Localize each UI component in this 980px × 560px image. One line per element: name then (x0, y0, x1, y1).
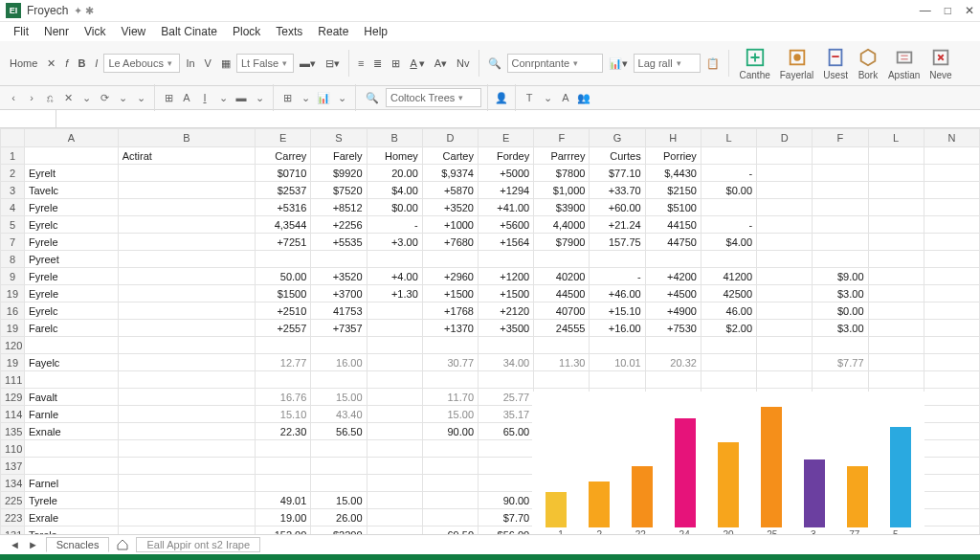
row-header[interactable]: 16 (1, 302, 25, 320)
cell[interactable] (813, 165, 868, 182)
cell[interactable]: 49.01 (256, 492, 311, 509)
italic-f[interactable]: f (61, 56, 72, 71)
cell[interactable]: - (701, 165, 756, 182)
cell[interactable] (645, 371, 701, 389)
cell[interactable]: Carrey (256, 147, 311, 165)
col-headers[interactable]: A B E S B D E F G H L D F L N (1, 129, 980, 147)
cell[interactable] (868, 182, 924, 199)
cell[interactable] (367, 475, 422, 492)
cell[interactable]: +2557 (256, 320, 311, 337)
cell[interactable]: 41200 (701, 268, 756, 285)
cell[interactable] (311, 475, 367, 492)
chart-icon[interactable]: 📊 (316, 90, 331, 105)
cell[interactable] (256, 337, 311, 354)
apstian-button[interactable]: Apstian (886, 47, 922, 80)
col-G[interactable]: G (590, 129, 645, 147)
falsa-combo[interactable]: Lt False▾ (236, 54, 294, 73)
cell[interactable]: 12.77 (256, 354, 311, 371)
bold-button[interactable]: B (74, 56, 89, 71)
cell[interactable]: $7800 (534, 165, 590, 182)
cell[interactable]: $1,000 (534, 182, 590, 199)
border-icon[interactable]: ▦ (217, 56, 234, 72)
cell[interactable]: 25.77 (479, 389, 534, 406)
menu-plock[interactable]: Plock (227, 23, 266, 40)
cell[interactable] (256, 371, 311, 389)
cell[interactable] (924, 320, 979, 337)
cell[interactable] (534, 371, 590, 389)
cell[interactable] (118, 458, 255, 475)
cell[interactable] (757, 216, 813, 234)
cell[interactable] (118, 182, 255, 199)
cell[interactable] (757, 165, 813, 182)
cell[interactable]: $,4430 (645, 165, 701, 182)
close-button[interactable]: ✕ (965, 4, 974, 17)
cell[interactable] (924, 526, 979, 535)
cell[interactable]: Cartey (422, 147, 478, 165)
cell[interactable] (118, 199, 255, 216)
table-row[interactable]: 19Eyrele$1500+3700+1.30+1500+150044500+4… (1, 285, 980, 302)
cell[interactable]: 46.00 (701, 302, 756, 320)
row-header[interactable]: 129 (1, 389, 25, 406)
cell[interactable]: +3700 (311, 285, 367, 302)
row-header[interactable]: 111 (1, 371, 25, 389)
minimize-button[interactable]: — (920, 4, 931, 17)
cell[interactable] (367, 371, 422, 389)
col-S[interactable]: S (311, 129, 367, 147)
cell[interactable] (701, 337, 756, 354)
cell[interactable] (479, 458, 534, 475)
cell[interactable] (367, 440, 422, 458)
cell[interactable] (701, 147, 756, 165)
cell[interactable] (924, 406, 979, 423)
row-header[interactable]: 225 (1, 492, 25, 509)
nav-next-icon[interactable]: › (24, 90, 39, 105)
cell[interactable]: Homey (367, 147, 422, 165)
col-E[interactable]: E (256, 129, 311, 147)
underline-icon[interactable]: I (197, 90, 212, 105)
cell[interactable]: Eyrele (24, 285, 118, 302)
cell[interactable] (757, 251, 813, 268)
table-row[interactable]: 4Fyrele+5316+8512$0.00+3520+41.00$3900+6… (1, 199, 980, 216)
cell[interactable]: $3.00 (813, 285, 868, 302)
cell[interactable] (118, 302, 255, 320)
cell[interactable] (868, 199, 924, 216)
cell[interactable]: $0710 (256, 165, 311, 182)
cell[interactable]: Eyrelc (24, 302, 118, 320)
cell[interactable]: $7520 (311, 182, 367, 199)
cell[interactable]: +41.00 (479, 199, 534, 216)
cell[interactable]: 30.77 (422, 354, 478, 371)
table-row[interactable]: 16Eyrelc+251041753+1768+212040700+15.10+… (1, 302, 980, 320)
cell[interactable]: Eyrelc (24, 216, 118, 234)
cell[interactable]: +3.00 (367, 234, 422, 251)
text-t-icon[interactable]: T (522, 90, 537, 105)
cell[interactable] (924, 251, 979, 268)
cell[interactable] (118, 389, 255, 406)
col-Lc[interactable]: L (868, 129, 924, 147)
cell[interactable] (757, 234, 813, 251)
table-row[interactable]: 7Fyrele+7251+5535+3.00+7680+1564$7900157… (1, 234, 980, 251)
cell[interactable] (757, 371, 813, 389)
cell[interactable] (813, 182, 868, 199)
cell[interactable]: Parrrey (534, 147, 590, 165)
font-a2-icon[interactable]: A (558, 90, 573, 105)
cell[interactable] (479, 251, 534, 268)
font-size-icon[interactable]: A▾ (431, 56, 451, 72)
cell[interactable] (590, 371, 645, 389)
cell[interactable]: Fordey (479, 147, 534, 165)
undo-icon[interactable]: ⎌ (42, 90, 57, 105)
cell[interactable]: Fyrele (24, 199, 118, 216)
dd2-icon[interactable]: ⌄ (115, 90, 130, 105)
cell[interactable]: 4,4000 (534, 216, 590, 234)
cell[interactable] (813, 234, 868, 251)
cell[interactable] (868, 268, 924, 285)
cell[interactable] (118, 371, 255, 389)
col-A[interactable]: A (24, 129, 118, 147)
table-row[interactable]: 111 (1, 371, 980, 389)
cell[interactable] (590, 337, 645, 354)
fill-icon[interactable]: ▬▾ (296, 56, 320, 72)
font-color-icon[interactable]: A▾ (406, 56, 428, 72)
maximize-button[interactable]: □ (945, 4, 951, 17)
cell[interactable] (924, 268, 979, 285)
cell[interactable]: 50.00 (256, 268, 311, 285)
align-center-icon[interactable]: ≣ (369, 56, 386, 72)
cell[interactable] (422, 509, 478, 526)
